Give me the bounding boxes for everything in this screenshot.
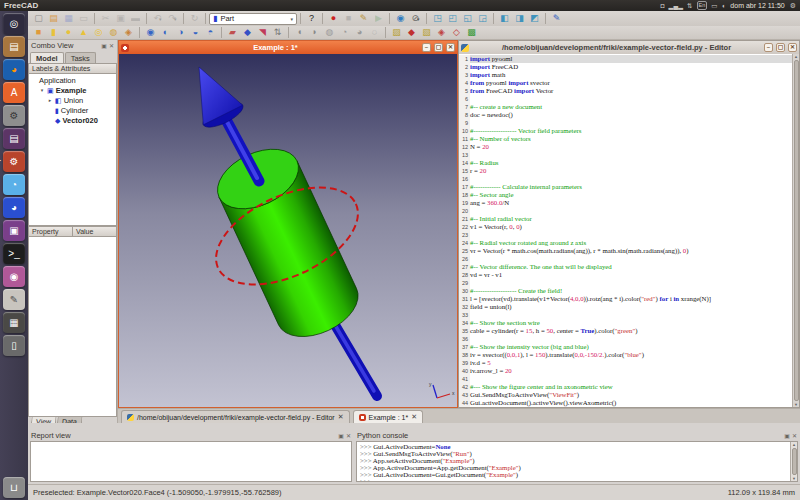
paste-button[interactable]: ▬: [128, 12, 143, 25]
part-defeaturing-button[interactable]: ▩: [464, 26, 479, 39]
code-line-39[interactable]: 39iv.d = 5: [459, 359, 792, 367]
scroll-down-icon[interactable]: ▼: [794, 402, 798, 407]
code-line-27[interactable]: 27#-- Vector difference. The one that wi…: [459, 263, 792, 271]
code-line-6[interactable]: 6: [459, 95, 792, 103]
3d-viewport[interactable]: x y: [119, 54, 457, 407]
code-line-16[interactable]: 16: [459, 175, 792, 183]
copy-button[interactable]: ▣: [113, 12, 128, 25]
part-section-button[interactable]: ◒: [188, 26, 203, 39]
tree-item-cylinder[interactable]: ▮Cylinder: [29, 105, 116, 115]
part-revolve-button[interactable]: ◥: [255, 26, 270, 39]
maximize-button[interactable]: ▢: [776, 43, 785, 52]
launcher-item-system-settings[interactable]: ⚙: [3, 105, 25, 126]
view-left-button[interactable]: ◩: [527, 12, 542, 25]
code-editor[interactable]: 1import pyooml2import FreeCAD3import mat…: [459, 54, 792, 407]
scroll-up-icon[interactable]: ▲: [792, 442, 796, 447]
launcher-item-files[interactable]: ▤: [3, 36, 25, 57]
launcher-item-screen-recorder[interactable]: ▣: [3, 220, 25, 241]
float-dock-icon[interactable]: ▣: [101, 43, 107, 49]
scroll-up-icon[interactable]: ▲: [794, 54, 798, 59]
code-line-14[interactable]: 14#-- Radius: [459, 159, 792, 167]
tab-model[interactable]: Model: [30, 52, 64, 63]
part-points-button[interactable]: ◆: [404, 26, 419, 39]
code-line-4[interactable]: 4from pyooml import svector: [459, 79, 792, 87]
view-rear-button[interactable]: ◧: [497, 12, 512, 25]
tree-root-application[interactable]: Application: [29, 75, 116, 85]
launcher-item-ubuntu-software[interactable]: A: [3, 82, 25, 103]
code-line-9[interactable]: 9: [459, 119, 792, 127]
part-box-button[interactable]: ■: [31, 26, 46, 39]
part-mirror-button[interactable]: ⇅: [270, 26, 285, 39]
part-shape-from-mesh-button[interactable]: ▨: [389, 26, 404, 39]
close-button[interactable]: ✕: [446, 43, 455, 52]
launcher-item-chromium[interactable]: ◔: [3, 174, 25, 195]
expander-open-icon[interactable]: ▾: [39, 87, 45, 93]
launcher-item-text-editor[interactable]: ✎: [3, 289, 25, 310]
code-line-24[interactable]: 24#-- Radial vector rotated ang around z…: [459, 239, 792, 247]
maximize-button[interactable]: ▢: [434, 43, 443, 52]
expander-closed-icon[interactable]: ▸: [47, 97, 53, 103]
part-sphere-button[interactable]: ●: [61, 26, 76, 39]
scrollbar-thumb[interactable]: [794, 60, 799, 401]
code-line-10[interactable]: 10#------------------- Vector field para…: [459, 127, 792, 135]
part-cross-section-button[interactable]: ◓: [203, 26, 218, 39]
save-document-button[interactable]: ▦: [61, 12, 76, 25]
close-dock-icon[interactable]: ✕: [346, 433, 351, 439]
view-bottom-button[interactable]: ◨: [512, 12, 527, 25]
print-button[interactable]: ▭: [76, 12, 91, 25]
editor-titlebar[interactable]: /home/obijuan/development/friki/example-…: [459, 41, 799, 54]
tree-item-union[interactable]: ▸◧Union: [29, 95, 116, 105]
code-line-17[interactable]: 17#------------ Calculate internal param…: [459, 183, 792, 191]
part-check-geometry-button[interactable]: ◇: [449, 26, 464, 39]
view-top-button[interactable]: ◱: [460, 12, 475, 25]
part-torus-button[interactable]: ◎: [91, 26, 106, 39]
macro-stop-button[interactable]: ■: [341, 12, 356, 25]
mdi-tab-editor[interactable]: /home/obijuan/development/friki/example-…: [121, 410, 350, 423]
clock[interactable]: dom abr 12 11:50: [730, 2, 784, 9]
code-line-3[interactable]: 3import math: [459, 71, 792, 79]
part-cut-button[interactable]: ◑: [173, 26, 188, 39]
scroll-down-icon[interactable]: ▼: [792, 476, 796, 481]
code-line-33[interactable]: 33: [459, 311, 792, 319]
code-line-11[interactable]: 11#-- Number of vectors: [459, 135, 792, 143]
tree-column-header[interactable]: Labels & Attributes: [28, 63, 117, 74]
code-line-22[interactable]: 22v1 = Vector(r, 0, 0): [459, 223, 792, 231]
property-column[interactable]: Property: [28, 226, 73, 237]
view-front-button[interactable]: ◰: [445, 12, 460, 25]
volume-indicator[interactable]: ◖: [721, 2, 725, 9]
code-line-30[interactable]: 30#------------------- Create the field!: [459, 287, 792, 295]
code-line-13[interactable]: 13: [459, 151, 792, 159]
code-line-8[interactable]: 8doc = newdoc(): [459, 111, 792, 119]
code-line-36[interactable]: 36: [459, 335, 792, 343]
code-line-35[interactable]: 35cable = cylinder(r = 15, h = 50, cente…: [459, 327, 792, 335]
launcher-item-trash[interactable]: ⊔: [3, 477, 25, 498]
minimize-button[interactable]: –: [422, 43, 431, 52]
code-line-25[interactable]: 25vr = Vector(r * math.cos(math.radians(…: [459, 247, 792, 255]
property-table-body[interactable]: [28, 237, 117, 417]
code-line-31[interactable]: 31l = [svector(vd).translate(v1+Vector(4…: [459, 295, 792, 303]
part-fuse-button[interactable]: ◉: [143, 26, 158, 39]
network-activity-indicator[interactable]: ▂▄▂: [668, 2, 683, 10]
part-common-button[interactable]: ◐: [158, 26, 173, 39]
python-console-input[interactable]: >>> Gui.ActiveDocument=None>>> Gui.SendM…: [356, 441, 798, 482]
scrollbar-thumb[interactable]: [792, 448, 797, 475]
part-cone-button[interactable]: ▲: [76, 26, 91, 39]
launcher-item-archive-manager[interactable]: ▦: [3, 312, 25, 333]
refresh-button[interactable]: ↻: [187, 12, 202, 25]
part-thickness-button[interactable]: ◌: [367, 26, 382, 39]
launcher-item-camera-app[interactable]: ◉: [3, 266, 25, 287]
macro-record-button[interactable]: ●: [326, 12, 341, 25]
view-right-button[interactable]: ◲: [475, 12, 490, 25]
part-compound-button[interactable]: ▰: [225, 26, 240, 39]
code-line-15[interactable]: 15r = 20: [459, 167, 792, 175]
open-document-button[interactable]: ▤: [46, 12, 61, 25]
undo-button[interactable]: ↶▾: [150, 12, 165, 25]
battery-indicator[interactable]: ▭: [711, 2, 717, 10]
part-fillet-button[interactable]: ◖: [292, 26, 307, 39]
3d-view-titlebar[interactable]: Example : 1* – ▢ ✕: [119, 41, 457, 54]
whats-this-button[interactable]: ?: [304, 12, 319, 25]
macro-play-button[interactable]: ▶: [371, 12, 386, 25]
part-convert-button[interactable]: ▧: [419, 26, 434, 39]
mdi-tab-example[interactable]: Example : 1*✕: [353, 410, 424, 423]
launcher-item-media-player[interactable]: ▯: [3, 335, 25, 356]
